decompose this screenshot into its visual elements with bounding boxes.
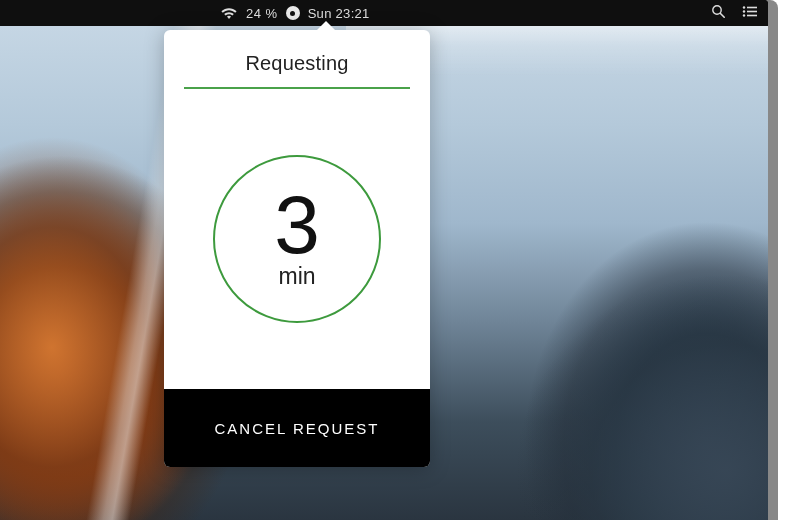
popover-title: Requesting bbox=[184, 52, 410, 87]
eta-unit-label: min bbox=[278, 263, 315, 290]
macos-menubar: 24 % Sun 23:21 bbox=[0, 0, 768, 26]
svg-rect-3 bbox=[747, 7, 757, 9]
wifi-icon[interactable] bbox=[220, 7, 238, 20]
search-icon[interactable] bbox=[711, 4, 726, 22]
notification-center-icon[interactable] bbox=[742, 5, 758, 21]
svg-rect-7 bbox=[747, 15, 757, 17]
svg-line-1 bbox=[720, 13, 724, 17]
battery-percent[interactable]: 24 % bbox=[246, 6, 278, 21]
uber-popover: Requesting 3 min CANCEL REQUEST bbox=[164, 30, 430, 467]
svg-point-2 bbox=[743, 6, 745, 8]
eta-section: 3 min bbox=[164, 89, 430, 389]
eta-circle: 3 min bbox=[213, 155, 381, 323]
eta-minutes: 3 bbox=[274, 188, 320, 262]
device-frame: 24 % Sun 23:21 bbox=[0, 0, 778, 520]
menubar-clock[interactable]: Sun 23:21 bbox=[308, 6, 370, 21]
device-screen: 24 % Sun 23:21 bbox=[0, 0, 768, 520]
svg-point-4 bbox=[743, 10, 745, 12]
uber-menubar-icon[interactable] bbox=[286, 6, 300, 20]
popover-arrow bbox=[316, 21, 336, 31]
svg-rect-5 bbox=[747, 11, 757, 13]
cancel-request-label: CANCEL REQUEST bbox=[215, 420, 380, 437]
cancel-request-button[interactable]: CANCEL REQUEST bbox=[164, 389, 430, 467]
svg-point-6 bbox=[743, 14, 745, 16]
